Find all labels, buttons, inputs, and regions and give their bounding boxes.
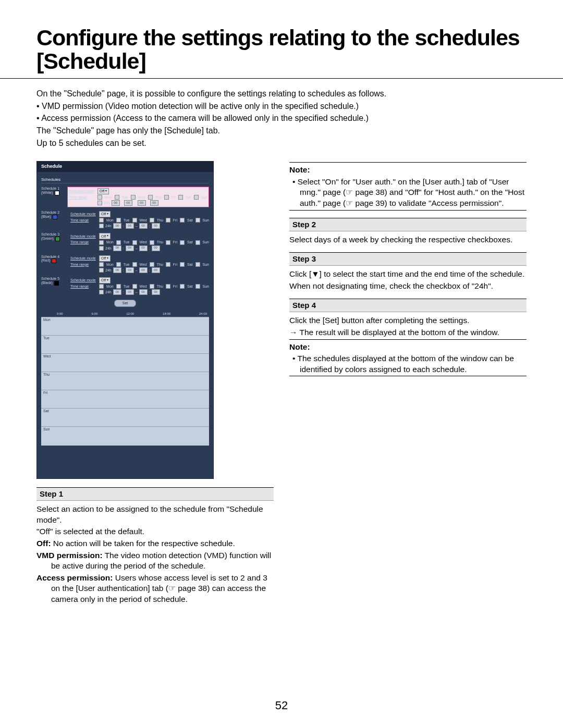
note2-heading: Note: bbox=[289, 342, 527, 353]
intro-l3: • Access permission (Access to the camer… bbox=[36, 113, 527, 124]
note1-text: • Select "On" for "User auth." on the [U… bbox=[289, 177, 527, 209]
vmd-label: VMD permission: bbox=[36, 551, 103, 560]
step4-heading: Step 4 bbox=[289, 299, 527, 312]
shot-schedule-row: Schedule 3(Green) Schedule modeOff ▾Time… bbox=[41, 232, 209, 251]
shot-schedule-row: Schedule 1(White) Schedule modeOff ▾Time… bbox=[41, 187, 209, 207]
left-column: Schedule Schedules Schedule 1(White) Sch… bbox=[36, 161, 274, 606]
intro-l4: The "Schedule" page has only the [Schedu… bbox=[36, 125, 527, 137]
note1-rule-top bbox=[289, 162, 527, 163]
intro-l5: Up to 5 schedules can be set. bbox=[36, 138, 527, 149]
step1-p2: "Off" is selected at the default. bbox=[36, 526, 274, 537]
note2-rule-bot bbox=[289, 376, 527, 376]
intro-l1: On the "Schedule" page, it is possible t… bbox=[36, 88, 527, 100]
off-text: No action will be taken for the respecti… bbox=[51, 539, 235, 548]
note2-rule-top bbox=[289, 339, 527, 340]
title-rule bbox=[0, 78, 563, 79]
intro-l2: • VMD permission (Video motion detection… bbox=[36, 101, 527, 112]
step1-p1: Select an action to be assigned to the s… bbox=[36, 504, 274, 525]
step3-t1: Click [▼] to select the start time and t… bbox=[289, 269, 527, 280]
step4-t1: Click the [Set] button after completing … bbox=[289, 315, 527, 326]
note1-rule-bot bbox=[289, 210, 527, 211]
page-title: Configure the settings relating to the s… bbox=[36, 26, 527, 73]
step1-off: Off: No action will be taken for the res… bbox=[36, 538, 274, 549]
shot-tab: Schedule bbox=[37, 162, 213, 172]
note1-heading: Note: bbox=[289, 165, 527, 176]
off-label: Off: bbox=[36, 539, 51, 548]
step1-heading: Step 1 bbox=[36, 487, 274, 501]
page-number: 52 bbox=[0, 699, 563, 712]
step1-acc: Access permission: Users whose access le… bbox=[36, 573, 274, 605]
acc-label: Access permission: bbox=[36, 573, 113, 582]
intro-block: On the "Schedule" page, it is possible t… bbox=[36, 88, 527, 149]
shot-schedule-row: Schedule 5(Black) Schedule modeOff ▾Time… bbox=[41, 277, 209, 295]
step2-heading: Step 2 bbox=[289, 218, 527, 231]
step3-t2: When not designating time, check the che… bbox=[289, 281, 527, 292]
step1-vmd: VMD permission: The video motion detecti… bbox=[36, 550, 274, 572]
step2-text: Select days of a week by checking the re… bbox=[289, 235, 527, 245]
shot-set-button: Set bbox=[114, 300, 136, 307]
shot-schedule-row: Schedule 4(Red) Schedule modeOff ▾Time r… bbox=[41, 255, 209, 274]
shot-section: Schedules bbox=[41, 177, 209, 183]
right-column: Note: • Select "On" for "User auth." on … bbox=[289, 161, 527, 606]
step4-t2: → The result will be displayed at the bo… bbox=[289, 327, 527, 338]
schedule-screenshot: Schedule Schedules Schedule 1(White) Sch… bbox=[36, 161, 214, 479]
note2-text: • The schedules displayed at the bottom … bbox=[289, 353, 527, 375]
shot-schedule-row: Schedule 2(Blue) Schedule modeOff ▾Time … bbox=[41, 211, 209, 229]
shot-timeline: 0:006:0012:0018:0024:00 MonTueWedThuFriS… bbox=[41, 311, 209, 446]
step3-heading: Step 3 bbox=[289, 252, 527, 266]
